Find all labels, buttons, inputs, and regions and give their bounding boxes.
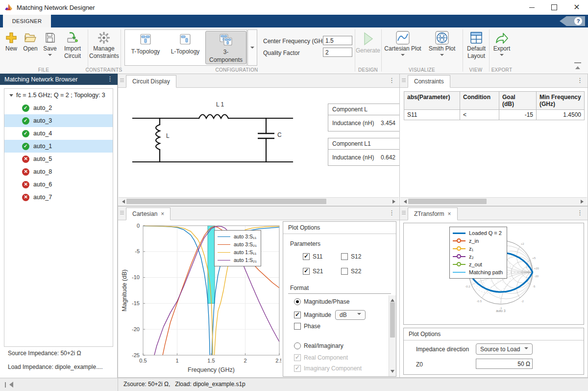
constraints-horizontal-scrollbar[interactable]: [400, 197, 587, 205]
cartesian-menu-kebab[interactable]: ⋮: [389, 209, 395, 216]
checkbox-icon[interactable]: [341, 268, 348, 275]
l-topology-button[interactable]: 3- L-Topology: [166, 31, 205, 64]
ribbon-separator: [463, 29, 463, 72]
status-bar: Zsource: 50+2i Ω, Zload: dipole_example.…: [0, 378, 588, 391]
tab-circuit-display[interactable]: Circuit Display: [126, 75, 176, 88]
collapse-ribbon-button[interactable]: [574, 62, 581, 70]
new-button[interactable]: New: [2, 30, 21, 52]
scroll-left-icon[interactable]: [120, 200, 125, 204]
tree-item-auto_4[interactable]: auto_4: [4, 127, 113, 140]
default-layout-button[interactable]: Default Layout: [465, 30, 488, 60]
tab-designer[interactable]: DESIGNER: [3, 15, 51, 27]
panel-grip-icon[interactable]: [402, 78, 406, 83]
legend-label: auto 3:S₂₁: [234, 241, 257, 247]
magnitude-phase-radio[interactable]: Magnitude/Phase: [294, 298, 349, 305]
section-label-visualize: VISUALIZE: [409, 67, 435, 73]
scroll-right-icon[interactable]: [581, 200, 586, 204]
impedance-direction-dropdown[interactable]: Source to Load: [476, 343, 533, 355]
quality-factor-input[interactable]: [323, 48, 352, 57]
ztransform-menu-kebab[interactable]: ⋮: [577, 209, 583, 216]
tab-close-icon[interactable]: ×: [448, 210, 451, 217]
smith-axis-label: +5: [532, 257, 536, 260]
options-vertical-scrollbar[interactable]: [389, 295, 396, 376]
minimize-button[interactable]: [520, 0, 543, 15]
panel-grip-icon[interactable]: [402, 211, 406, 215]
gallery-dropdown-button[interactable]: [247, 29, 257, 66]
scrollbar-thumb[interactable]: [390, 302, 395, 338]
t-topology-button[interactable]: T-Topology: [126, 31, 165, 64]
import-circuit-button[interactable]: Import Circuit: [60, 30, 85, 60]
export-button[interactable]: Export: [490, 30, 514, 59]
circuit-menu-kebab[interactable]: ⋮: [389, 77, 395, 83]
svg-text:0.5: 0.5: [139, 358, 147, 364]
three-components-button[interactable]: 3- Components: [205, 31, 246, 64]
scroll-down-icon[interactable]: [391, 370, 394, 375]
constraints-menu-kebab[interactable]: ⋮: [577, 77, 583, 83]
tab-cartesian[interactable]: Cartesian×: [126, 208, 171, 220]
cartesian-plot-button[interactable]: Cartesian Plot: [384, 30, 421, 59]
parameter-label: S12: [351, 253, 361, 260]
save-button[interactable]: Save: [41, 30, 59, 59]
magnitude-checkbox[interactable]: Magnitude dB: [294, 310, 366, 320]
smith-axis-label: -0.5: [477, 300, 482, 303]
tree-item-auto_2[interactable]: auto_2: [4, 102, 113, 114]
close-button[interactable]: ✕: [565, 0, 588, 15]
constraints-cell[interactable]: 1.4500: [537, 110, 585, 120]
format-label: Format: [290, 285, 309, 291]
smith-plot-button[interactable]: Smith Plot: [424, 30, 460, 59]
checkbox-icon[interactable]: [341, 253, 348, 260]
maximize-icon: [551, 4, 557, 10]
generate-button[interactable]: Generate: [356, 30, 380, 54]
legend-marker-icon: [457, 262, 461, 266]
parameter-checkbox-S11[interactable]: S11: [303, 253, 322, 260]
circuit-horizontal-scrollbar[interactable]: [119, 197, 399, 205]
checkbox-icon[interactable]: [303, 268, 310, 275]
collapse-panel-icon[interactable]: [5, 382, 13, 388]
scroll-right-icon[interactable]: [392, 200, 397, 204]
tree-item-auto_3[interactable]: auto_3: [4, 114, 113, 127]
open-button[interactable]: Open: [21, 30, 40, 52]
radio-icon[interactable]: [294, 342, 301, 349]
export-dropdown-icon[interactable]: [500, 54, 504, 58]
constraints-cell[interactable]: <: [460, 110, 499, 120]
constraints-cell[interactable]: -15: [499, 110, 537, 120]
tab-ztransform[interactable]: ZTransform×: [408, 208, 458, 220]
help-button[interactable]: ?: [560, 16, 585, 26]
panel-grip-icon[interactable]: [120, 211, 124, 215]
tree-item-auto_6[interactable]: auto_6: [4, 178, 113, 191]
cartesian-plot-dropdown-icon[interactable]: [401, 54, 405, 58]
parameter-checkbox-S12[interactable]: S12: [341, 253, 361, 260]
ztransform-panel: ZTransform× ⋮ +2+5+20-20-5-2-1-0.5-0.2au…: [399, 206, 588, 378]
checkbox-icon[interactable]: [303, 253, 310, 260]
tree-root[interactable]: fc = 1.5 GHz; Q = 2 ; Topology: 3: [4, 89, 113, 102]
parameter-checkbox-S22[interactable]: S22: [341, 268, 361, 275]
tab-close-icon[interactable]: ×: [161, 210, 164, 217]
scrollbar-thumb[interactable]: [126, 199, 326, 204]
save-dropdown-icon[interactable]: [48, 54, 52, 58]
browser-menu-kebab[interactable]: ⋮: [107, 76, 113, 82]
scrollbar-thumb[interactable]: [408, 199, 487, 204]
constraints-cell[interactable]: S11: [404, 110, 460, 120]
phase-checkbox[interactable]: Phase: [294, 323, 320, 330]
tab-constraints[interactable]: Constraints: [408, 75, 450, 88]
checkbox-icon[interactable]: [294, 312, 301, 318]
tree-item-auto_1[interactable]: auto_1: [4, 140, 113, 153]
tree-item-auto_5[interactable]: auto_5: [4, 153, 113, 165]
manage-constraints-button[interactable]: Manage Constraints: [89, 30, 119, 60]
checkbox-icon[interactable]: [294, 323, 301, 330]
panel-grip-icon[interactable]: [120, 78, 124, 83]
real-imaginary-radio[interactable]: Real/Imaginary: [294, 342, 343, 349]
center-frequency-input[interactable]: [323, 36, 352, 45]
magnitude-unit-dropdown[interactable]: dB: [335, 310, 366, 320]
z0-input[interactable]: [476, 359, 533, 369]
scroll-up-icon[interactable]: [391, 297, 394, 302]
tree-item-auto_8[interactable]: auto_8: [4, 165, 113, 178]
parameter-checkbox-S21[interactable]: S21: [303, 268, 323, 275]
tree-item-auto_7[interactable]: auto_7: [4, 191, 113, 204]
impedance-direction-label: Impedance direction: [416, 346, 469, 353]
radio-icon[interactable]: [294, 298, 301, 305]
scroll-left-icon[interactable]: [402, 200, 407, 204]
smith-plot-dropdown-icon[interactable]: [440, 54, 444, 58]
maximize-button[interactable]: [543, 0, 565, 15]
smith-axis-label: -20: [534, 275, 539, 278]
